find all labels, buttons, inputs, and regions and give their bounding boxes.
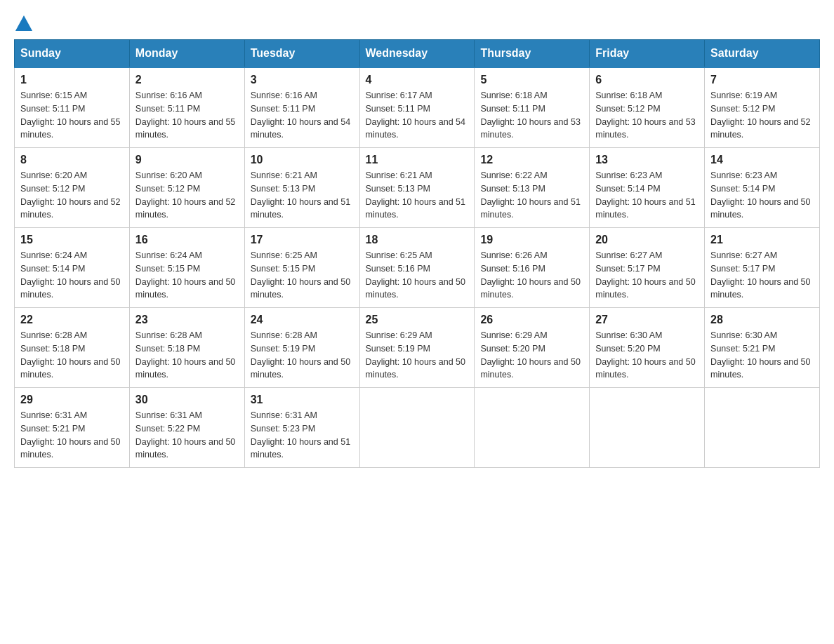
day-number: 14 bbox=[710, 154, 814, 166]
day-info: Sunrise: 6:30 AMSunset: 5:20 PMDaylight:… bbox=[595, 329, 699, 382]
page-header bbox=[14, 14, 820, 28]
day-number: 19 bbox=[480, 234, 583, 246]
day-info: Sunrise: 6:23 AMSunset: 5:14 PMDaylight:… bbox=[595, 169, 699, 222]
calendar-cell: 27Sunrise: 6:30 AMSunset: 5:20 PMDayligh… bbox=[590, 308, 705, 388]
calendar-week-row: 15Sunrise: 6:24 AMSunset: 5:14 PMDayligh… bbox=[15, 228, 820, 308]
calendar-cell: 21Sunrise: 6:27 AMSunset: 5:17 PMDayligh… bbox=[705, 228, 820, 308]
calendar-cell: 1Sunrise: 6:15 AMSunset: 5:11 PMDaylight… bbox=[15, 67, 130, 148]
day-info: Sunrise: 6:22 AMSunset: 5:13 PMDaylight:… bbox=[480, 169, 583, 222]
calendar-cell: 29Sunrise: 6:31 AMSunset: 5:21 PMDayligh… bbox=[15, 388, 130, 468]
day-info: Sunrise: 6:26 AMSunset: 5:16 PMDaylight:… bbox=[480, 249, 583, 302]
day-info: Sunrise: 6:30 AMSunset: 5:21 PMDaylight:… bbox=[710, 329, 814, 382]
calendar-cell: 31Sunrise: 6:31 AMSunset: 5:23 PMDayligh… bbox=[244, 388, 359, 468]
day-info: Sunrise: 6:20 AMSunset: 5:12 PMDaylight:… bbox=[135, 169, 239, 222]
calendar-cell: 19Sunrise: 6:26 AMSunset: 5:16 PMDayligh… bbox=[475, 228, 590, 308]
calendar-cell: 25Sunrise: 6:29 AMSunset: 5:19 PMDayligh… bbox=[359, 308, 475, 388]
day-number: 13 bbox=[595, 154, 699, 166]
calendar-cell: 6Sunrise: 6:18 AMSunset: 5:12 PMDaylight… bbox=[590, 67, 705, 148]
calendar-cell: 12Sunrise: 6:22 AMSunset: 5:13 PMDayligh… bbox=[475, 148, 590, 228]
day-info: Sunrise: 6:27 AMSunset: 5:17 PMDaylight:… bbox=[710, 249, 814, 302]
day-info: Sunrise: 6:29 AMSunset: 5:20 PMDaylight:… bbox=[480, 329, 583, 382]
calendar-week-row: 8Sunrise: 6:20 AMSunset: 5:12 PMDaylight… bbox=[15, 148, 820, 228]
day-number: 20 bbox=[595, 234, 699, 246]
day-number: 31 bbox=[251, 394, 354, 406]
calendar-cell: 14Sunrise: 6:23 AMSunset: 5:14 PMDayligh… bbox=[705, 148, 820, 228]
calendar-week-row: 29Sunrise: 6:31 AMSunset: 5:21 PMDayligh… bbox=[15, 388, 820, 468]
calendar-cell: 8Sunrise: 6:20 AMSunset: 5:12 PMDaylight… bbox=[15, 148, 130, 228]
day-info: Sunrise: 6:18 AMSunset: 5:11 PMDaylight:… bbox=[480, 89, 583, 142]
calendar-week-row: 1Sunrise: 6:15 AMSunset: 5:11 PMDaylight… bbox=[15, 67, 820, 148]
day-number: 11 bbox=[366, 154, 469, 166]
day-info: Sunrise: 6:25 AMSunset: 5:16 PMDaylight:… bbox=[366, 249, 469, 302]
weekday-header-wednesday: Wednesday bbox=[359, 40, 475, 68]
day-number: 2 bbox=[135, 74, 239, 86]
day-number: 26 bbox=[480, 314, 583, 326]
day-number: 4 bbox=[366, 74, 469, 86]
calendar-cell: 16Sunrise: 6:24 AMSunset: 5:15 PMDayligh… bbox=[129, 228, 244, 308]
day-number: 25 bbox=[366, 314, 469, 326]
calendar-cell: 17Sunrise: 6:25 AMSunset: 5:15 PMDayligh… bbox=[244, 228, 359, 308]
day-number: 28 bbox=[710, 314, 814, 326]
day-number: 22 bbox=[20, 314, 124, 326]
day-number: 23 bbox=[135, 314, 239, 326]
calendar-cell: 18Sunrise: 6:25 AMSunset: 5:16 PMDayligh… bbox=[359, 228, 475, 308]
day-number: 12 bbox=[480, 154, 583, 166]
calendar-cell: 5Sunrise: 6:18 AMSunset: 5:11 PMDaylight… bbox=[475, 67, 590, 148]
calendar-cell: 26Sunrise: 6:29 AMSunset: 5:20 PMDayligh… bbox=[475, 308, 590, 388]
day-number: 6 bbox=[595, 74, 699, 86]
day-info: Sunrise: 6:28 AMSunset: 5:18 PMDaylight:… bbox=[135, 329, 239, 382]
day-info: Sunrise: 6:20 AMSunset: 5:12 PMDaylight:… bbox=[20, 169, 124, 222]
day-info: Sunrise: 6:17 AMSunset: 5:11 PMDaylight:… bbox=[366, 89, 469, 142]
weekday-header-monday: Monday bbox=[129, 40, 244, 68]
day-info: Sunrise: 6:16 AMSunset: 5:11 PMDaylight:… bbox=[251, 89, 354, 142]
calendar-cell: 9Sunrise: 6:20 AMSunset: 5:12 PMDaylight… bbox=[129, 148, 244, 228]
day-number: 16 bbox=[135, 234, 239, 246]
day-info: Sunrise: 6:24 AMSunset: 5:14 PMDaylight:… bbox=[20, 249, 124, 302]
calendar-week-row: 22Sunrise: 6:28 AMSunset: 5:18 PMDayligh… bbox=[15, 308, 820, 388]
day-info: Sunrise: 6:27 AMSunset: 5:17 PMDaylight:… bbox=[595, 249, 699, 302]
logo bbox=[14, 14, 34, 28]
day-number: 1 bbox=[20, 74, 124, 86]
day-info: Sunrise: 6:23 AMSunset: 5:14 PMDaylight:… bbox=[710, 169, 814, 222]
day-number: 17 bbox=[251, 234, 354, 246]
calendar-cell: 22Sunrise: 6:28 AMSunset: 5:18 PMDayligh… bbox=[15, 308, 130, 388]
calendar-cell: 11Sunrise: 6:21 AMSunset: 5:13 PMDayligh… bbox=[359, 148, 475, 228]
calendar-cell bbox=[475, 388, 590, 468]
day-number: 27 bbox=[595, 314, 699, 326]
calendar-cell: 23Sunrise: 6:28 AMSunset: 5:18 PMDayligh… bbox=[129, 308, 244, 388]
day-number: 7 bbox=[710, 74, 814, 86]
day-info: Sunrise: 6:18 AMSunset: 5:12 PMDaylight:… bbox=[595, 89, 699, 142]
day-number: 30 bbox=[135, 394, 239, 406]
weekday-header-friday: Friday bbox=[590, 40, 705, 68]
calendar-cell: 10Sunrise: 6:21 AMSunset: 5:13 PMDayligh… bbox=[244, 148, 359, 228]
day-info: Sunrise: 6:24 AMSunset: 5:15 PMDaylight:… bbox=[135, 249, 239, 302]
day-info: Sunrise: 6:19 AMSunset: 5:12 PMDaylight:… bbox=[710, 89, 814, 142]
day-number: 24 bbox=[251, 314, 354, 326]
weekday-header-row: SundayMondayTuesdayWednesdayThursdayFrid… bbox=[15, 40, 820, 68]
calendar-cell: 13Sunrise: 6:23 AMSunset: 5:14 PMDayligh… bbox=[590, 148, 705, 228]
calendar-cell bbox=[705, 388, 820, 468]
day-info: Sunrise: 6:28 AMSunset: 5:19 PMDaylight:… bbox=[251, 329, 354, 382]
day-number: 3 bbox=[251, 74, 354, 86]
calendar-cell: 30Sunrise: 6:31 AMSunset: 5:22 PMDayligh… bbox=[129, 388, 244, 468]
day-number: 18 bbox=[366, 234, 469, 246]
day-info: Sunrise: 6:16 AMSunset: 5:11 PMDaylight:… bbox=[135, 89, 239, 142]
day-info: Sunrise: 6:31 AMSunset: 5:23 PMDaylight:… bbox=[251, 409, 354, 462]
day-info: Sunrise: 6:31 AMSunset: 5:21 PMDaylight:… bbox=[20, 409, 124, 462]
calendar-cell: 20Sunrise: 6:27 AMSunset: 5:17 PMDayligh… bbox=[590, 228, 705, 308]
day-number: 29 bbox=[20, 394, 124, 406]
calendar-cell: 3Sunrise: 6:16 AMSunset: 5:11 PMDaylight… bbox=[244, 67, 359, 148]
calendar-cell: 4Sunrise: 6:17 AMSunset: 5:11 PMDaylight… bbox=[359, 67, 475, 148]
day-number: 5 bbox=[480, 74, 583, 86]
day-info: Sunrise: 6:28 AMSunset: 5:18 PMDaylight:… bbox=[20, 329, 124, 382]
day-info: Sunrise: 6:25 AMSunset: 5:15 PMDaylight:… bbox=[251, 249, 354, 302]
calendar-cell bbox=[359, 388, 475, 468]
calendar-cell: 28Sunrise: 6:30 AMSunset: 5:21 PMDayligh… bbox=[705, 308, 820, 388]
day-number: 9 bbox=[135, 154, 239, 166]
day-number: 10 bbox=[251, 154, 354, 166]
logo-flag-icon bbox=[15, 15, 32, 31]
day-number: 8 bbox=[20, 154, 124, 166]
day-number: 21 bbox=[710, 234, 814, 246]
calendar-cell: 15Sunrise: 6:24 AMSunset: 5:14 PMDayligh… bbox=[15, 228, 130, 308]
weekday-header-tuesday: Tuesday bbox=[244, 40, 359, 68]
